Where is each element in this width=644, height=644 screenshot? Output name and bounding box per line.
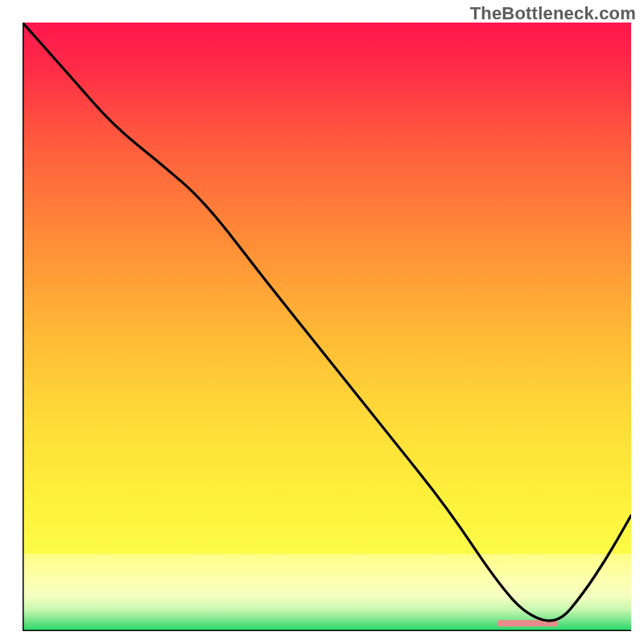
chart-svg <box>23 23 631 631</box>
bg-upper <box>23 23 631 554</box>
plot-area <box>23 23 631 631</box>
watermark-text: TheBottleneck.com <box>470 3 636 24</box>
chart-container: TheBottleneck.com <box>0 0 644 644</box>
